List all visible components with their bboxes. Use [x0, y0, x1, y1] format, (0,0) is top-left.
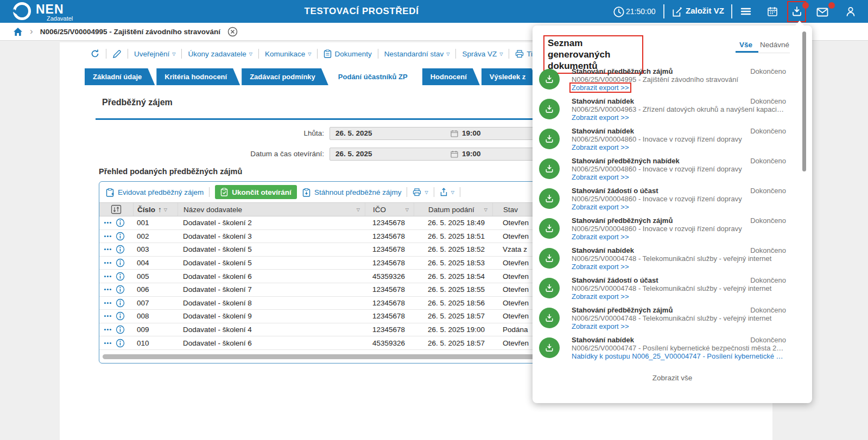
row-menu-icon[interactable] — [104, 288, 112, 291]
row-supplier-name: Dodavatel - školení 8 — [178, 297, 365, 310]
row-ico: 12345678 — [365, 283, 414, 296]
evidovat-button[interactable]: Evidovat předběžný zájem — [106, 188, 204, 197]
toolbar-separator — [378, 49, 378, 59]
document-export-link[interactable]: Zobrazit export >> — [572, 233, 629, 241]
document-title: Stahování předběžných zájmů — [572, 306, 734, 314]
row-info-icon[interactable] — [116, 325, 125, 334]
row-menu-icon[interactable] — [104, 262, 112, 264]
calendar-icon[interactable] — [766, 5, 778, 17]
document-title: Stahování předběžných zájmů — [572, 216, 734, 225]
tab-kriteria-hodnoceni[interactable]: Kritéria hodnocení — [156, 68, 240, 85]
filter-caret-icon[interactable]: ▽ — [484, 207, 487, 212]
user-icon[interactable] — [845, 5, 857, 17]
document-title: Stahování předběžných nabídek — [572, 157, 734, 165]
col-nazev-dodavatele[interactable]: Název dodavatele ▽ — [178, 203, 365, 216]
menu-nestandardni-stav[interactable]: Nestandardní stav▽ — [384, 50, 450, 58]
tab-zadavaci-podminky[interactable]: Zadávací podmínky — [242, 68, 328, 85]
filter-caret-icon[interactable]: ▽ — [406, 207, 409, 212]
stahnout-zajmy-button[interactable]: Stáhnout předběžné zájmy — [302, 188, 402, 197]
filter-caret-icon[interactable]: ▽ — [357, 207, 360, 212]
menu-icon[interactable] — [740, 5, 752, 17]
document-item: Stahování předběžných zájmů N006/25/V000… — [533, 305, 812, 335]
document-export-link[interactable]: Zobrazit export >> — [572, 322, 629, 330]
row-supplier-name: Dodavatel - školení 9 — [178, 310, 365, 323]
printer-icon — [515, 50, 524, 58]
calendar-small-icon[interactable] — [451, 150, 458, 158]
ukoncit-otevirani-button[interactable]: Ukončit otevírání — [215, 185, 297, 199]
lhuta-date-value[interactable]: 26. 5. 2025 — [335, 127, 372, 139]
row-menu-icon[interactable] — [104, 221, 112, 224]
caret-down-icon[interactable]: ▽ — [164, 207, 167, 212]
col-cislo[interactable]: Číslo ↑ ▽ — [133, 203, 178, 216]
mail-notification-dot — [828, 2, 835, 9]
show-all-link[interactable]: Zobrazit vše — [533, 374, 812, 382]
document-export-link[interactable]: Nabídky k postupu N006_25_V00004747 - Po… — [572, 352, 785, 360]
panel-tab-nedavne[interactable]: Nedávné — [760, 41, 789, 49]
tab-vysledek[interactable]: Výsledek z — [481, 68, 539, 85]
row-menu-icon[interactable] — [104, 235, 112, 238]
otevirani-time-value[interactable]: 19:00 — [462, 148, 481, 160]
grid-print-button[interactable]: ▽ — [413, 188, 428, 196]
document-export-link[interactable]: Zobrazit export >> — [572, 173, 629, 181]
document-subtitle: N006/25/V00004963 - Zřízení datových okr… — [572, 105, 785, 113]
compose-icon[interactable] — [671, 6, 683, 18]
otevirani-date-value[interactable]: 26. 5. 2025 — [335, 148, 372, 160]
menu-uverejneni[interactable]: Uveřejnění▽ — [134, 50, 175, 58]
row-info-icon[interactable] — [116, 311, 125, 321]
row-info-icon[interactable] — [116, 298, 125, 308]
document-export-link[interactable]: Zobrazit export >> — [572, 143, 629, 151]
document-export-link[interactable]: Zobrazit export >> — [572, 292, 629, 301]
row-number: 002 — [133, 230, 178, 243]
row-info-icon[interactable] — [116, 258, 125, 267]
mail-icon[interactable] — [816, 7, 828, 18]
document-export-link[interactable]: Zobrazit export >> — [572, 113, 629, 122]
tab-zakladni-udaje[interactable]: Základní údaje — [85, 68, 155, 85]
row-menu-icon[interactable] — [104, 275, 112, 278]
refresh-icon[interactable] — [90, 49, 100, 59]
row-info-icon[interactable] — [116, 218, 125, 227]
row-date: 26. 5. 2025 18:54 — [414, 270, 492, 283]
tab-hodnoceni[interactable]: Hodnocení — [422, 68, 480, 85]
record-breadcrumb-label[interactable]: N006/25/V00004995 - Zajištění závodního … — [40, 28, 220, 36]
document-subtitle: N006/25/V00004995 - Zajištění závodního … — [572, 75, 785, 84]
document-export-link[interactable]: Zobrazit export >> — [572, 263, 629, 271]
lhuta-time-value[interactable]: 19:00 — [462, 127, 481, 139]
document-subtitle: N006/25/V00004748 - Telekomunikační služ… — [572, 284, 785, 292]
document-subtitle: N006/25/V00004860 - Inovace v rozvoji ří… — [572, 135, 785, 143]
row-supplier-name: Dodavatel - školení 6 — [178, 270, 365, 283]
panel-scrollbar[interactable] — [802, 31, 806, 171]
row-info-icon[interactable] — [116, 285, 125, 294]
row-menu-icon[interactable] — [104, 302, 112, 304]
col-datum-podani[interactable]: Datum podání ▽ — [414, 203, 492, 216]
calendar-small-icon[interactable] — [451, 130, 458, 137]
chevron-right-icon: › — [30, 27, 33, 36]
row-info-icon[interactable] — [116, 245, 125, 254]
row-menu-icon[interactable] — [104, 328, 112, 331]
grid-export-button[interactable]: ▽ — [440, 188, 454, 196]
toolbar-separator — [258, 49, 259, 59]
row-menu-icon[interactable] — [104, 248, 112, 251]
column-settings-icon[interactable] — [111, 205, 122, 214]
document-export-link[interactable]: Zobrazit export >> — [571, 84, 630, 92]
clipboard-check-icon — [220, 188, 229, 196]
menu-sprava-vz[interactable]: Správa VZ▽ — [462, 50, 503, 58]
brand-name[interactable]: NEN — [36, 2, 64, 17]
close-record-icon[interactable] — [227, 27, 238, 37]
row-menu-icon[interactable] — [104, 315, 112, 317]
menu-dokumenty[interactable]: Dokumenty — [324, 49, 371, 58]
menu-ukony-zadavatele[interactable]: Úkony zadavatele▽ — [188, 50, 252, 58]
row-info-icon[interactable] — [116, 272, 125, 281]
col-ico[interactable]: IČO ▽ — [365, 203, 414, 216]
row-menu-icon[interactable] — [104, 342, 112, 345]
edit-icon[interactable] — [112, 49, 122, 59]
create-vz-button[interactable]: Založit VZ — [686, 6, 724, 15]
tab-podani-ucastniku[interactable]: Podání účastníků ZP — [330, 68, 421, 85]
row-info-icon[interactable] — [116, 339, 125, 348]
document-export-link[interactable]: Zobrazit export >> — [572, 203, 629, 211]
row-info-icon[interactable] — [116, 232, 125, 241]
menu-komunikace[interactable]: Komunikace▽ — [265, 50, 311, 58]
panel-tab-vse[interactable]: Vše — [739, 41, 752, 49]
nen-logo-icon[interactable] — [13, 2, 31, 20]
document-title: Stahování předběžných zájmů — [572, 67, 734, 75]
home-icon[interactable] — [13, 27, 23, 36]
